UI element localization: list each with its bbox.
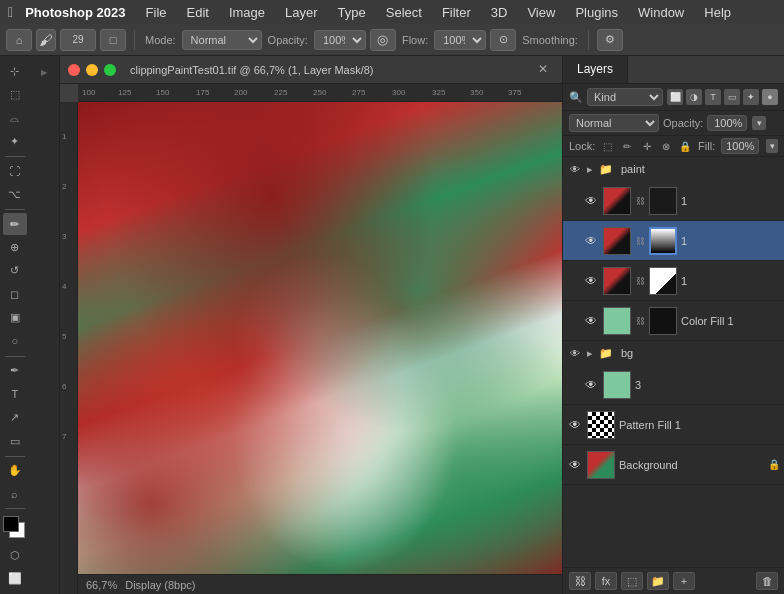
paint-layer-2-eye[interactable]: 👁 — [583, 233, 599, 249]
add-mask-button[interactable]: ⬚ — [621, 572, 643, 590]
path-select-tool[interactable]: ↗ — [3, 407, 27, 429]
menu-type[interactable]: Type — [330, 3, 374, 22]
paint-layer-2[interactable]: 👁 ⛓ 1 — [563, 221, 784, 261]
add-style-button[interactable]: fx — [595, 572, 617, 590]
close-window-icon[interactable]: ✕ — [538, 62, 554, 78]
new-group-button[interactable]: 📁 — [647, 572, 669, 590]
paint-layer-1[interactable]: 👁 ⛓ 1 — [563, 181, 784, 221]
pattern-fill-eye[interactable]: 👁 — [567, 417, 583, 433]
layers-blend-row: Normal Opacity: 100% ▾ — [563, 111, 784, 136]
lock-image-icon[interactable]: ✏ — [621, 138, 634, 154]
delete-layer-button[interactable]: 🗑 — [756, 572, 778, 590]
mode-select[interactable]: Normal — [182, 30, 262, 50]
lock-artboard-icon[interactable]: ⊗ — [659, 138, 672, 154]
menu-plugins[interactable]: Plugins — [567, 3, 626, 22]
filter-shape-icon[interactable]: ▭ — [724, 89, 740, 105]
brush-tool[interactable]: ✏ — [3, 213, 27, 235]
eyedropper-tool[interactable]: ⌥ — [3, 183, 27, 205]
bg-group-header[interactable]: 👁 ▸ 📁 bg — [563, 341, 784, 365]
color-fill-eye[interactable]: 👁 — [583, 313, 599, 329]
opacity-label: Opacity: — [268, 34, 308, 46]
shape-tool[interactable]: ▭ — [3, 430, 27, 452]
airbrush-button[interactable]: ◎ — [370, 29, 396, 51]
quick-mask-button[interactable]: ⬡ — [3, 544, 27, 566]
close-button[interactable] — [68, 64, 80, 76]
color-fill-mask — [649, 307, 677, 335]
canvas-area[interactable]: 100 125 150 175 200 225 250 275 300 325 … — [60, 84, 562, 594]
magic-wand-tool[interactable]: ✦ — [3, 130, 27, 152]
history-brush-tool[interactable]: ↺ — [3, 260, 27, 282]
menu-view[interactable]: View — [519, 3, 563, 22]
menu-3d[interactable]: 3D — [483, 3, 516, 22]
menu-filter[interactable]: Filter — [434, 3, 479, 22]
brush-size-button[interactable]: 29 — [60, 29, 96, 51]
menu-layer[interactable]: Layer — [277, 3, 326, 22]
clone-tool[interactable]: ⊕ — [3, 236, 27, 258]
new-layer-button[interactable]: + — [673, 572, 695, 590]
opacity-value[interactable]: 100% — [707, 115, 747, 131]
flow-select[interactable]: 100% — [434, 30, 486, 50]
filter-toggle-icon[interactable]: ● — [762, 89, 778, 105]
pattern-fill-layer[interactable]: 👁 Pattern Fill 1 — [563, 405, 784, 445]
canvas-content[interactable] — [78, 102, 562, 574]
brush-preset-button[interactable]: □ — [100, 29, 126, 51]
color-fill-layer[interactable]: 👁 ⛓ Color Fill 1 — [563, 301, 784, 341]
filter-smart-icon[interactable]: ✦ — [743, 89, 759, 105]
hand-tool[interactable]: ✋ — [3, 460, 27, 482]
pen-tool[interactable]: ✒ — [3, 360, 27, 382]
menu-file[interactable]: File — [138, 3, 175, 22]
filter-pixel-icon[interactable]: ⬜ — [667, 89, 683, 105]
lock-position-icon[interactable]: ✛ — [640, 138, 653, 154]
paint-group-header[interactable]: 👁 ▸ 📁 paint — [563, 157, 784, 181]
background-eye[interactable]: 👁 — [567, 457, 583, 473]
maximize-button[interactable] — [104, 64, 116, 76]
menu-image[interactable]: Image — [221, 3, 273, 22]
eraser-tool[interactable]: ◻ — [3, 283, 27, 305]
filter-type-icon[interactable]: T — [705, 89, 721, 105]
lock-all-icon[interactable]: 🔒 — [679, 138, 692, 154]
opacity-select[interactable]: 100% — [314, 30, 366, 50]
apple-menu[interactable]:  — [8, 4, 13, 20]
menu-select[interactable]: Select — [378, 3, 430, 22]
marquee-tool[interactable]: ⬚ — [3, 83, 27, 105]
paint-layer-1-eye[interactable]: 👁 — [583, 193, 599, 209]
bg-layer-3[interactable]: 👁 3 — [563, 365, 784, 405]
tablet-button[interactable]: ⊙ — [490, 29, 516, 51]
layers-tab[interactable]: Layers — [563, 56, 628, 83]
crop-tool[interactable]: ⛶ — [3, 160, 27, 182]
link-layers-button[interactable]: ⛓ — [569, 572, 591, 590]
screen-mode-button[interactable]: ⬜ — [3, 567, 27, 589]
paint-layer-3-eye[interactable]: 👁 — [583, 273, 599, 289]
text-tool[interactable]: T — [3, 383, 27, 405]
layers-panel: Layers 🔍 Kind ⬜ ◑ T ▭ ✦ ● Normal Opacity… — [562, 56, 784, 594]
group-folder-icon: 📁 — [599, 163, 613, 176]
zoom-tool[interactable]: ⌕ — [3, 483, 27, 505]
brush-tool-button[interactable]: 🖌 — [36, 29, 56, 51]
opacity-arrow[interactable]: ▾ — [752, 116, 766, 130]
background-layer[interactable]: 👁 Background 🔒 — [563, 445, 784, 485]
fill-value[interactable]: 100% — [721, 138, 759, 154]
paint-group-eye[interactable]: 👁 — [567, 161, 583, 177]
menu-edit[interactable]: Edit — [179, 3, 217, 22]
menu-help[interactable]: Help — [696, 3, 739, 22]
fill-arrow[interactable]: ▾ — [766, 139, 778, 153]
settings-button[interactable]: ⚙ — [597, 29, 623, 51]
kind-select[interactable]: Kind — [587, 88, 663, 106]
gradient-tool[interactable]: ▣ — [3, 307, 27, 329]
lasso-tool[interactable]: ⌓ — [3, 107, 27, 129]
filter-adjust-icon[interactable]: ◑ — [686, 89, 702, 105]
minimize-button[interactable] — [86, 64, 98, 76]
paint-layer-3[interactable]: 👁 ⛓ 1 — [563, 261, 784, 301]
move-tool[interactable]: ⊹ — [3, 60, 27, 82]
blend-mode-select[interactable]: Normal — [569, 114, 659, 132]
toolbar-separator-2 — [588, 30, 589, 50]
paint-layer-3-chain: ⛓ — [635, 276, 645, 286]
home-button[interactable]: ⌂ — [6, 29, 32, 51]
lock-transparent-icon[interactable]: ⬚ — [601, 138, 614, 154]
bg-group-eye[interactable]: 👁 — [567, 345, 583, 361]
dodge-tool[interactable]: ○ — [3, 330, 27, 352]
bg-layer-3-eye[interactable]: 👁 — [583, 377, 599, 393]
menu-window[interactable]: Window — [630, 3, 692, 22]
window-titlebar: clippingPaintTest01.tif @ 66,7% (1, Laye… — [60, 56, 562, 84]
foreground-color-swatch[interactable] — [3, 516, 19, 532]
